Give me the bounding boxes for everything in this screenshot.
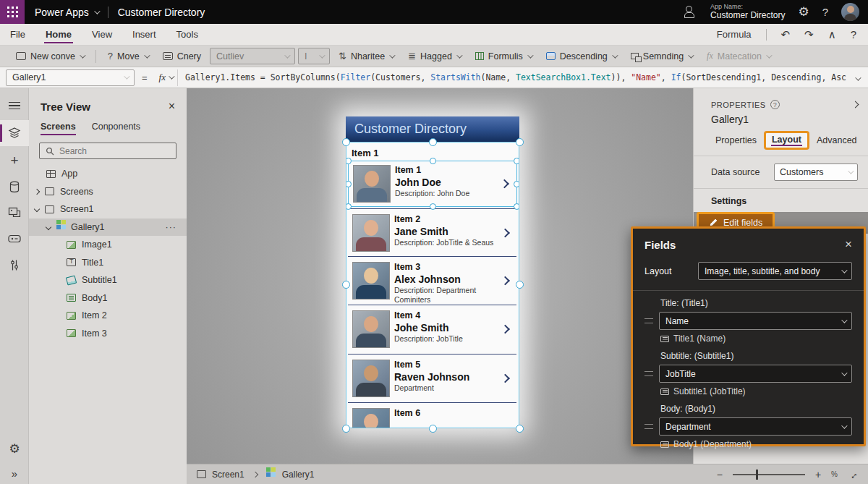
selection-handle[interactable] bbox=[430, 203, 436, 210]
gallery-row-3[interactable]: Item 3 Alex Johnson Description: Departm… bbox=[348, 258, 517, 303]
selection-handle[interactable] bbox=[342, 281, 350, 289]
chevron-right-icon[interactable] bbox=[34, 189, 40, 195]
search-input[interactable] bbox=[59, 146, 168, 156]
drag-handle-icon[interactable] bbox=[644, 424, 653, 429]
rail-insert-button[interactable]: + bbox=[0, 148, 29, 174]
selection-handle[interactable] bbox=[516, 425, 524, 433]
gallery-body[interactable]: Item 1 Item 1 John Doe Description: John… bbox=[346, 142, 519, 428]
selection-handle[interactable] bbox=[516, 138, 524, 146]
gallery-row-5[interactable]: Item 5 Raven Johnson Department bbox=[348, 356, 517, 401]
rail-plugins-button[interactable] bbox=[0, 226, 29, 252]
gallery-row-4[interactable]: Item 4 Johe Smith Description: JobTitle bbox=[348, 307, 517, 352]
selection-handle[interactable] bbox=[346, 158, 352, 164]
tree-item-app[interactable]: App bbox=[29, 165, 187, 183]
font-size-dropdown[interactable]: I bbox=[298, 48, 330, 64]
formula-toggle-label[interactable]: Formula bbox=[717, 29, 752, 40]
zoom-in-button[interactable]: + bbox=[815, 469, 821, 480]
close-icon[interactable]: × bbox=[845, 237, 852, 252]
title-field-dropdown[interactable]: Name bbox=[659, 312, 852, 330]
formula-input[interactable]: Gallery1.Items = SortByColumns(Filter(Cu… bbox=[178, 72, 846, 82]
flagged-button[interactable]: ≣ Hagged bbox=[402, 47, 467, 66]
brand-menu[interactable]: Power Apps bbox=[35, 7, 98, 18]
rail-hamburger-button[interactable] bbox=[0, 93, 29, 119]
tree-search-box[interactable] bbox=[39, 143, 176, 159]
menu-insert[interactable]: Insert bbox=[122, 24, 166, 46]
sort-button[interactable]: ⇅ Nharitee bbox=[333, 47, 399, 66]
selection-handle[interactable] bbox=[516, 281, 524, 289]
rail-media-button[interactable] bbox=[0, 200, 29, 226]
chevron-right-icon[interactable] bbox=[501, 325, 510, 334]
chevron-right-icon[interactable] bbox=[501, 374, 510, 383]
share-people-icon[interactable] bbox=[684, 8, 697, 17]
selection-handle[interactable] bbox=[342, 138, 350, 146]
tree-item-body1[interactable]: Body1 bbox=[29, 289, 187, 307]
user-avatar[interactable] bbox=[841, 3, 859, 21]
tab-advanced[interactable]: Advanced bbox=[812, 132, 861, 148]
gallery-row-1[interactable]: Item 1 John Doe Description: John Doe bbox=[348, 161, 517, 207]
new-screen-button[interactable]: New conve bbox=[10, 47, 90, 66]
menu-tools[interactable]: Tools bbox=[166, 24, 208, 46]
tree-item-subtitle1[interactable]: Subtitle1 bbox=[29, 271, 187, 289]
rail-data-button[interactable] bbox=[0, 174, 29, 200]
property-fx-dropdown[interactable]: fx bbox=[155, 69, 178, 86]
settings-gear-icon[interactable]: ⚙ bbox=[798, 4, 809, 20]
chevron-right-icon[interactable] bbox=[501, 229, 510, 238]
drag-handle-icon[interactable] bbox=[644, 371, 653, 376]
tree-item-screen1[interactable]: Screen1 bbox=[29, 200, 187, 218]
rail-tree-view-button[interactable] bbox=[0, 120, 29, 146]
undo-icon[interactable]: ↶ bbox=[781, 28, 791, 41]
selection-handle[interactable] bbox=[514, 203, 519, 210]
tab-properties[interactable]: Properties bbox=[711, 132, 761, 148]
sending-button[interactable]: Semnding bbox=[625, 47, 698, 66]
data-source-dropdown[interactable]: Customers bbox=[774, 164, 858, 181]
tab-screens[interactable]: Screens bbox=[41, 122, 76, 135]
tree-item-title1[interactable]: Title1 bbox=[29, 254, 187, 272]
selection-handle[interactable] bbox=[514, 181, 519, 187]
descending-button[interactable]: Descending bbox=[540, 47, 622, 66]
selection-handle[interactable] bbox=[429, 138, 437, 146]
menu-view[interactable]: View bbox=[82, 24, 122, 46]
layout-dropdown[interactable]: Image, title, subtitle, and body bbox=[698, 262, 852, 280]
collapse-ribbon-icon[interactable]: ∧ bbox=[828, 28, 836, 41]
move-button[interactable]: ? Move bbox=[102, 47, 154, 66]
breadcrumb-gallery1[interactable]: Gallery1 bbox=[282, 470, 315, 480]
selection-handle[interactable] bbox=[342, 425, 350, 433]
more-options-icon[interactable]: ··· bbox=[166, 222, 177, 232]
formula-bar-expand[interactable] bbox=[846, 71, 868, 84]
rail-settings-button[interactable]: ⚙ bbox=[0, 436, 29, 462]
menu-home[interactable]: Home bbox=[35, 24, 82, 46]
selection-handle[interactable] bbox=[346, 181, 352, 187]
chevron-down-icon[interactable] bbox=[46, 224, 51, 230]
zoom-out-button[interactable]: − bbox=[717, 469, 723, 480]
drag-handle-icon[interactable] bbox=[644, 318, 653, 323]
menu-file[interactable]: File bbox=[0, 24, 35, 46]
selection-handle[interactable] bbox=[430, 158, 436, 164]
tree-item-item3[interactable]: Item 3 bbox=[29, 325, 187, 343]
help-icon[interactable]: ? bbox=[822, 6, 828, 18]
waffle-menu-button[interactable] bbox=[0, 0, 25, 24]
control-selector-dropdown[interactable]: Gallery1 bbox=[6, 69, 135, 86]
tab-components[interactable]: Conponents bbox=[92, 122, 140, 135]
redo-icon[interactable]: ↷ bbox=[804, 28, 814, 41]
breadcrumb-screen1[interactable]: Screen1 bbox=[212, 470, 244, 480]
chevron-down-icon[interactable] bbox=[34, 206, 40, 212]
zoom-slider[interactable] bbox=[733, 474, 805, 475]
subtitle-field-dropdown[interactable]: JobTitle bbox=[659, 365, 852, 383]
gallery-row-2[interactable]: Item 2 Jane Smith Description: JobTitle … bbox=[348, 211, 517, 255]
ribbon-help-icon[interactable]: ? bbox=[851, 28, 856, 41]
rail-variables-button[interactable] bbox=[0, 252, 29, 278]
chevron-right-icon[interactable] bbox=[500, 179, 509, 189]
properties-help-icon[interactable]: ? bbox=[770, 100, 780, 109]
selection-handle[interactable] bbox=[429, 425, 437, 433]
rail-expand-button[interactable]: » bbox=[0, 460, 29, 484]
close-icon[interactable]: × bbox=[169, 100, 175, 113]
query-button[interactable]: Cnery bbox=[157, 47, 207, 66]
selection-handle[interactable] bbox=[514, 158, 519, 164]
fit-to-window-icon[interactable]: ↔ bbox=[845, 467, 860, 482]
tab-layout[interactable]: Layout bbox=[764, 131, 809, 150]
chevron-right-icon[interactable] bbox=[501, 276, 510, 286]
design-canvas[interactable]: Customer Directory Item 1 Item 1 J bbox=[187, 88, 693, 464]
formulas-button[interactable]: Formulis bbox=[469, 47, 537, 66]
tree-item-image1[interactable]: Image1 bbox=[29, 236, 187, 254]
font-dropdown[interactable]: Cutliev bbox=[210, 48, 295, 64]
